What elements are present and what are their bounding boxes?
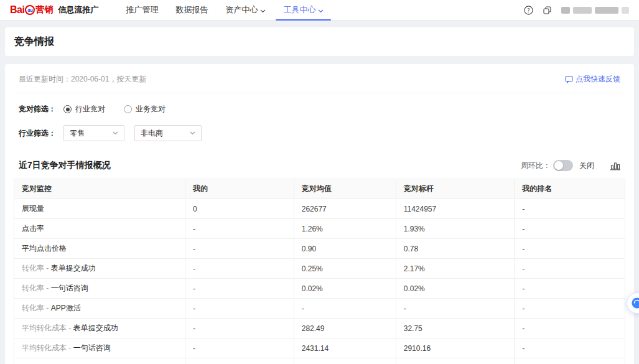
value-cell: 0.90 <box>294 239 396 259</box>
value-cell: - <box>515 338 625 358</box>
value-cell: - <box>185 319 294 338</box>
competition-card: 最近更新时间：2020-06-01，按天更新 点我快速反馈 竞对筛选： 行业竞对… <box>5 64 634 364</box>
wow-toggle-label: 周环比： <box>521 161 551 171</box>
competitor-filter-label: 竞对筛选： <box>19 104 56 114</box>
section-controls: 周环比： 关闭 <box>521 160 620 171</box>
quick-feedback-link[interactable]: 点我快速反馈 <box>565 74 620 85</box>
account-name-redacted[interactable] <box>561 7 629 14</box>
table-body: 展现量026267711424957-点击率-1.26%1.93%-平均点击价格… <box>14 199 625 364</box>
value-cell: - <box>294 358 396 364</box>
chevron-down-icon <box>318 6 324 15</box>
metric-cell: 平均转化成本 - 一句话咨询 <box>14 338 185 358</box>
value-cell: 262677 <box>294 199 396 219</box>
value-cell: - <box>185 358 294 364</box>
metric-cell: 展现量 <box>14 199 185 219</box>
baidu-marketing-logo[interactable]: Bai du 营销 <box>10 4 53 16</box>
value-cell: - <box>515 279 625 299</box>
col-header-metric: 竞对监控 <box>14 179 185 199</box>
help-icon[interactable]: ? <box>524 6 533 15</box>
metric-cell: 转化率 - 表单提交成功 <box>14 259 185 279</box>
value-cell: 0.78 <box>396 239 515 259</box>
value-cell: 1.26% <box>294 219 396 239</box>
industry-select[interactable]: 零售 <box>63 125 124 141</box>
radio-unselected-icon <box>124 105 132 113</box>
sub-industry-select[interactable]: 非电商 <box>134 125 202 141</box>
value-cell: - <box>515 299 625 319</box>
chevron-down-icon <box>260 6 266 15</box>
value-cell: - <box>185 239 294 259</box>
table-row: 点击率-1.26%1.93%- <box>14 219 625 239</box>
value-cell: - <box>396 358 515 364</box>
value-cell: 0.02% <box>294 279 396 299</box>
value-cell: - <box>515 239 625 259</box>
metric-cell: 转化率 - 一句话咨询 <box>14 279 185 299</box>
nav-product-name[interactable]: 信息流推广 <box>58 4 98 16</box>
nav-item-promotion-manage[interactable]: 推广管理 <box>117 0 167 21</box>
logo-bai-text: Bai <box>10 4 24 16</box>
copy-icon[interactable] <box>543 6 552 15</box>
value-cell: - <box>294 299 396 319</box>
table-row: 转化率 - APP激活---- <box>14 299 625 319</box>
toggle-knob <box>554 161 563 170</box>
section-title: 近7日竞争对手情报概况 <box>19 160 111 171</box>
table-header-row: 竞对监控 我的 竞对均值 竞对标杆 我的排名 <box>14 179 625 199</box>
metric-cell: 点击率 <box>14 219 185 239</box>
col-header-rank: 我的排名 <box>515 179 625 199</box>
table-row: 平均点击价格-0.900.78- <box>14 239 625 259</box>
value-cell: 1.93% <box>396 219 515 239</box>
value-cell: 32.75 <box>396 319 515 338</box>
radio-industry-competitor[interactable]: 行业竞对 <box>63 104 105 114</box>
value-cell: - <box>515 358 625 364</box>
industry-filter-row: 行业筛选： 零售 非电商 <box>14 125 625 141</box>
logo-brand-text: 营销 <box>35 4 53 16</box>
value-cell: 11424957 <box>396 199 515 219</box>
toggle-state-text: 关闭 <box>579 161 594 171</box>
metric-cell: 平均点击价格 <box>14 239 185 259</box>
wow-toggle[interactable] <box>553 160 573 171</box>
svg-text:?: ? <box>527 7 530 13</box>
table-row: 转化率 - 表单提交成功-0.25%2.17%- <box>14 259 625 279</box>
overview-section-header: 近7日竞争对手情报概况 周环比： 关闭 <box>14 160 625 171</box>
metric-cell: 平均转化成本 - 表单提交成功 <box>14 319 185 338</box>
value-cell: - <box>185 279 294 299</box>
chevron-down-icon <box>113 131 118 135</box>
value-cell: - <box>185 338 294 358</box>
col-header-mine: 我的 <box>185 179 294 199</box>
info-bar: 最近更新时间：2020-06-01，按天更新 点我快速反馈 <box>14 74 625 85</box>
value-cell: 2.17% <box>396 259 515 279</box>
table-row: 平均转化成本 - 表单提交成功-282.4932.75- <box>14 319 625 338</box>
col-header-avg: 竞对均值 <box>294 179 396 199</box>
nav-right-tools: ? <box>524 6 629 15</box>
value-cell: - <box>185 259 294 279</box>
value-cell: - <box>185 219 294 239</box>
chat-bubble-icon <box>631 297 639 309</box>
chevron-down-icon <box>190 131 195 135</box>
competitor-filter-row: 竞对筛选： 行业竞对 业务竞对 <box>14 104 625 114</box>
feedback-bubble-icon <box>565 75 573 83</box>
value-cell: - <box>396 299 515 319</box>
nav-item-asset-center[interactable]: 资产中心 <box>217 0 274 21</box>
radio-business-competitor[interactable]: 业务竞对 <box>124 104 166 114</box>
nav-links: 推广管理 数据报告 资产中心 工具中心 <box>117 0 332 21</box>
nav-item-data-report[interactable]: 数据报告 <box>167 0 217 21</box>
table-row: 平均转化成本 - APP激活---- <box>14 358 625 364</box>
value-cell: - <box>515 219 625 239</box>
value-cell: 282.49 <box>294 319 396 338</box>
value-cell: - <box>515 199 625 219</box>
value-cell: - <box>185 299 294 319</box>
nav-item-tool-center[interactable]: 工具中心 <box>274 0 332 21</box>
metric-cell: 转化率 - APP激活 <box>14 299 185 319</box>
radio-selected-icon <box>63 105 72 113</box>
metric-cell: 平均转化成本 - APP激活 <box>14 358 185 364</box>
page-title: 竞争情报 <box>14 35 54 49</box>
top-nav: Bai du 营销 信息流推广 推广管理 数据报告 资产中心 工具中心 ? <box>0 0 639 21</box>
value-cell: 0.02% <box>396 279 515 299</box>
competition-table: 竞对监控 我的 竞对均值 竞对标杆 我的排名 展现量02626771142495… <box>14 179 625 364</box>
bar-chart-icon[interactable] <box>610 161 620 170</box>
title-band: 竞争情报 <box>5 27 634 56</box>
value-cell: - <box>515 319 625 338</box>
table-row: 展现量026267711424957- <box>14 199 625 219</box>
divider <box>14 93 625 93</box>
value-cell: - <box>515 259 625 279</box>
col-header-benchmark: 竞对标杆 <box>396 179 515 199</box>
